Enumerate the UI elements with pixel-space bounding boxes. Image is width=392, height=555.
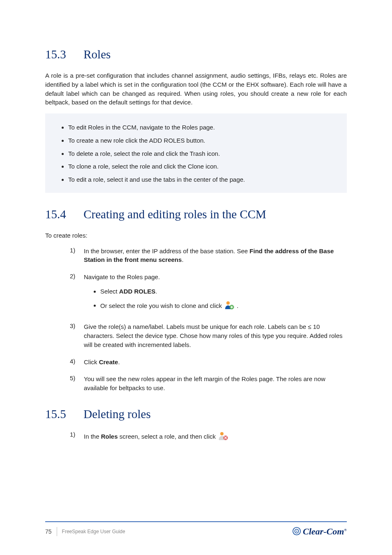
step-1: 1) In the browser, enter the IP address … <box>70 247 347 265</box>
step-text: Click Create. <box>84 358 347 367</box>
step-number: 5) <box>70 375 84 393</box>
sub-text: Select <box>100 288 119 295</box>
sub-bold: ADD ROLES <box>119 288 155 295</box>
svg-rect-4 <box>231 307 233 308</box>
creating-intro: To create roles: <box>45 231 347 240</box>
step-text: You will see the new roles appear in the… <box>84 375 347 393</box>
delete-user-icon <box>218 431 228 443</box>
svg-point-10 <box>296 530 297 532</box>
list-item: To edit a role, select it and use the ta… <box>68 173 338 186</box>
step-number: 1) <box>70 431 84 443</box>
logo-text-value: Clear-Com <box>303 526 344 536</box>
svg-point-0 <box>226 301 230 305</box>
section-title-text: Deleting roles <box>83 407 150 421</box>
footer-left: 75 FreeSpeak Edge User Guide <box>45 527 125 536</box>
step-3: 3) Give the role(s) a name/label. Labels… <box>70 322 347 349</box>
step-text-part: In the <box>84 433 101 440</box>
step-text: In the browser, enter the IP address of … <box>84 247 347 265</box>
step-number: 2) <box>70 273 84 314</box>
sub-text: . <box>237 302 238 309</box>
step-2-sublist: Select ADD ROLES. Or select the role you… <box>84 285 347 314</box>
section-number: 15.3 <box>45 48 81 61</box>
section-number: 15.4 <box>45 208 81 221</box>
list-item: To edit Roles in the CCM, navigate to th… <box>68 121 338 134</box>
roles-bullet-list: To edit Roles in the CCM, navigate to th… <box>56 121 338 186</box>
step-text-part: Click <box>84 358 99 365</box>
step-text-line: Navigate to the Roles page. <box>84 273 160 280</box>
sub-text: Or select the role you wish to clone and… <box>100 302 224 309</box>
step-4: 4) Click Create. <box>70 358 347 367</box>
step-text-part: screen, select a role, and then click <box>118 433 218 440</box>
step-2: 2) Navigate to the Roles page. Select AD… <box>70 273 347 314</box>
step-bold: Create <box>99 358 118 365</box>
step-text: In the Roles screen, select a role, and … <box>84 431 347 443</box>
step-text-part: In the browser, enter the IP address of … <box>84 247 249 254</box>
section-heading-creating: 15.4 Creating and editing roles in the C… <box>45 208 347 221</box>
svg-point-5 <box>220 432 224 435</box>
footer-divider <box>57 527 57 536</box>
logo-text: Clear-Com® <box>303 526 347 537</box>
section-title-text: Creating and editing roles in the CCM <box>83 208 266 221</box>
section-heading-deleting: 15.5 Deleting roles <box>45 407 347 421</box>
step-text: Navigate to the Roles page. Select ADD R… <box>84 273 347 314</box>
creating-steps: 1) In the browser, enter the IP address … <box>70 247 347 393</box>
step-1-delete: 1) In the Roles screen, select a role, a… <box>70 431 347 443</box>
page-number: 75 <box>45 528 52 535</box>
list-item: Or select the role you wish to clone and… <box>100 298 347 314</box>
step-number: 1) <box>70 247 84 265</box>
list-item: To clone a role, select the role and cli… <box>68 160 338 173</box>
step-text: Give the role(s) a name/label. Labels mu… <box>84 322 347 349</box>
footer-row: 75 FreeSpeak Edge User Guide Clear-Com® <box>45 526 347 537</box>
footer-guide-title: FreeSpeak Edge User Guide <box>62 529 125 534</box>
logo-mark-icon <box>292 527 301 537</box>
roles-bullet-box: To edit Roles in the CCM, navigate to th… <box>45 113 347 193</box>
step-5: 5) You will see the new roles appear in … <box>70 375 347 393</box>
footer-rule <box>45 521 347 522</box>
step-text-part: . <box>182 256 183 263</box>
logo-registered: ® <box>344 528 347 532</box>
footer-logo: Clear-Com® <box>292 526 347 537</box>
list-item: To create a new role click the ADD ROLES… <box>68 134 338 147</box>
section-title-text: Roles <box>83 48 111 61</box>
roles-intro-paragraph: A role is a pre-set configuration that i… <box>45 71 347 107</box>
step-bold: Roles <box>101 433 118 440</box>
document-page: 15.3 Roles A role is a pre-set configura… <box>0 0 392 555</box>
step-text-part: . <box>118 358 120 365</box>
sub-text: . <box>155 288 157 295</box>
section-heading-roles: 15.3 Roles <box>45 48 347 61</box>
list-item: Select ADD ROLES. <box>100 285 347 298</box>
page-footer: 75 FreeSpeak Edge User Guide Clear-Com® <box>45 521 347 537</box>
deleting-steps: 1) In the Roles screen, select a role, a… <box>70 431 347 443</box>
list-item: To delete a role, select the role and cl… <box>68 147 338 160</box>
add-user-icon <box>224 300 234 312</box>
section-number: 15.5 <box>45 407 81 421</box>
step-number: 3) <box>70 322 84 349</box>
step-number: 4) <box>70 358 84 367</box>
